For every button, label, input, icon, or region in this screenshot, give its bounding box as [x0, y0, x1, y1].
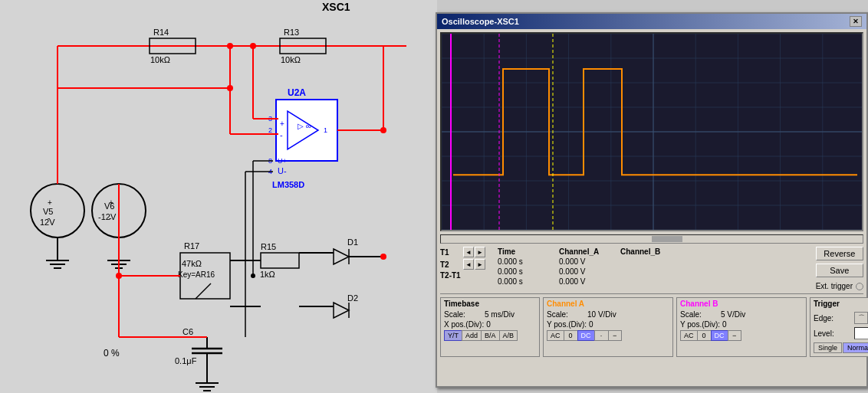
ext-trigger-label: Ext. trigger [816, 282, 853, 290]
svg-text:D1: D1 [347, 237, 358, 247]
trigger-normal-btn[interactable]: Normal [843, 342, 868, 353]
cha-ac-btn[interactable]: AC [547, 330, 564, 341]
time-header: Time [495, 247, 556, 257]
cha-ypos-value: 0 [589, 320, 593, 329]
trigger-mode-buttons: Single Normal Auto None [814, 342, 868, 353]
t2-left-btn[interactable]: ◄ [463, 259, 474, 270]
svg-text:0.1μF: 0.1μF [175, 356, 197, 365]
svg-text:1: 1 [324, 126, 327, 134]
t2-chb [617, 267, 679, 277]
timebase-xpos-label: X pos.(Div): [444, 320, 484, 329]
ext-trigger-row: Ext. trigger [816, 282, 863, 290]
cha-0-btn[interactable]: 0 [564, 330, 577, 341]
cha-minus-btn[interactable]: − [608, 330, 622, 341]
timebase-section: Timebase Scale: 5 ms/Div X pos.(Div): 0 … [440, 297, 540, 357]
t2-row: T2 ◄ ► [440, 259, 485, 270]
chb-coupling-modes: AC 0 DC − [680, 330, 741, 341]
osc-controls-panel: T1 ◄ ► T2 ◄ ► T2-T1 [437, 245, 866, 359]
trigger-level-label: Level: [814, 329, 852, 338]
cha-header: Channel_A [556, 247, 617, 257]
measurement-row: T1 ◄ ► T2 ◄ ► T2-T1 [440, 247, 863, 290]
timebase-modes: Y/T Add B/A A/B [444, 330, 518, 341]
svg-text:R15: R15 [261, 242, 276, 251]
save-button[interactable]: Save [816, 264, 863, 277]
cha-coupling-row: AC 0 DC · − [547, 330, 669, 341]
svg-text:0 %: 0 % [104, 348, 120, 359]
scroll-thumb[interactable] [652, 236, 682, 242]
cha-ypos-label: Y pos.(Div): [547, 320, 587, 329]
t2t1-label: T2-T1 [440, 271, 462, 280]
reverse-button[interactable]: Reverse [816, 247, 863, 260]
close-button[interactable]: ✕ [850, 16, 862, 27]
trigger-single-btn[interactable]: Single [814, 342, 842, 353]
channel-a-section: Channel A Scale: 10 V/Div Y pos.(Div): 0… [543, 297, 673, 357]
ext-trigger-radio[interactable] [856, 283, 863, 290]
chb-header: Channel_B [617, 247, 679, 257]
oscilloscope-titlebar: Oscilloscope-XSC1 ✕ [437, 14, 866, 29]
t2-right-btn[interactable]: ► [475, 259, 485, 270]
svg-text:LM358D: LM358D [272, 180, 304, 189]
svg-text:R17: R17 [184, 241, 199, 251]
chb-ypos-value: 0 [722, 320, 727, 329]
svg-text:C6: C6 [182, 327, 193, 336]
t1-row: T1 ◄ ► [440, 247, 485, 257]
svg-text:12V: 12V [40, 218, 55, 227]
circuit-diagram: XSC1 R14 10kΩ R13 10kΩ U2A ▷ ∞ + - 3 2 1… [0, 0, 437, 393]
svg-point-95 [251, 273, 255, 278]
trigger-mode-row: Single Normal Auto None [814, 342, 868, 353]
svg-text:U+: U+ [278, 157, 287, 165]
t2-cha: 0.000 V [556, 267, 617, 277]
t1-right-btn[interactable]: ► [475, 247, 485, 257]
timebase-xpos-value: 0 [486, 320, 491, 329]
t2-time: 0.000 s [495, 267, 556, 277]
chb-scale-value: 5 V/Div [721, 310, 745, 319]
t2t1-cha: 0.000 V [556, 277, 617, 287]
waveform-canvas [442, 34, 863, 230]
t1-buttons: ◄ ► [463, 247, 485, 257]
mode-yt-btn[interactable]: Y/T [444, 330, 462, 341]
svg-text:47kΩ: 47kΩ [182, 259, 202, 268]
circuit-area: XSC1 R14 10kΩ R13 10kΩ U2A ▷ ∞ + - 3 2 1… [0, 0, 437, 393]
chb-minus-btn[interactable]: − [728, 330, 741, 341]
chb-ypos-label: Y pos.(Div): [680, 320, 720, 329]
svg-point-84 [380, 254, 386, 260]
timebase-title: Timebase [444, 300, 536, 308]
mode-ba-btn[interactable]: B/A [481, 330, 499, 341]
trigger-level-input[interactable] [854, 327, 868, 339]
oscilloscope-window: Oscilloscope-XSC1 ✕ T1 ◄ ► [436, 12, 868, 388]
svg-text:▷ ∞: ▷ ∞ [298, 122, 311, 130]
svg-text:V5: V5 [43, 207, 53, 216]
channel-b-title: Channel B [680, 300, 803, 308]
t1-chb [617, 257, 679, 267]
t1-label: T1 [440, 248, 462, 257]
svg-text:U-: U- [278, 166, 287, 175]
edge-rising-btn[interactable]: ⌒ [854, 312, 868, 324]
osc-scrollbar[interactable] [440, 234, 863, 244]
t1-left-btn[interactable]: ◄ [463, 247, 474, 257]
svg-text:10kΩ: 10kΩ [150, 55, 170, 64]
t1-time: 0.000 s [495, 257, 556, 267]
cha-ypos-row: Y pos.(Div): 0 [547, 320, 669, 329]
svg-text:D2: D2 [347, 293, 358, 303]
trigger-edge-label: Edge: [814, 314, 852, 323]
t2-label: T2 [440, 260, 462, 269]
t2t1-row: T2-T1 [440, 271, 485, 280]
chb-ypos-row: Y pos.(Div): 0 [680, 320, 803, 329]
t2t1-chb [617, 277, 679, 287]
cha-dot-btn[interactable]: · [594, 330, 608, 341]
chb-coupling-row: AC 0 DC − [680, 330, 803, 341]
cha-dc-btn[interactable]: DC [577, 330, 594, 341]
chb-0-btn[interactable]: 0 [697, 330, 711, 341]
t1-cha: 0.000 V [556, 257, 617, 267]
svg-point-31 [380, 127, 386, 133]
chb-ac-btn[interactable]: AC [680, 330, 697, 341]
action-buttons: Reverse Save Ext. trigger [816, 247, 863, 290]
cha-scale-label: Scale: [547, 310, 585, 319]
timebase-scale-label: Scale: [444, 310, 482, 319]
mode-ab-btn[interactable]: A/B [499, 330, 518, 341]
mode-add-btn[interactable]: Add [462, 330, 481, 341]
svg-text:2: 2 [268, 126, 272, 134]
chb-dc-btn[interactable]: DC [711, 330, 728, 341]
t2t1-time: 0.000 s [495, 277, 556, 287]
svg-text:10kΩ: 10kΩ [281, 55, 301, 64]
